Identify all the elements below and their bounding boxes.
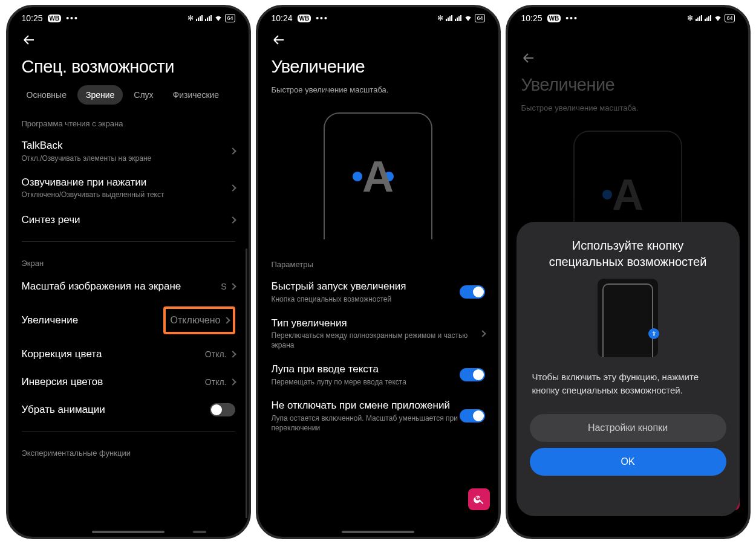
divider (22, 431, 235, 432)
item-tts[interactable]: Синтез речи (22, 206, 235, 234)
battery-icon: 64 (225, 14, 235, 22)
chevron-right-icon (229, 216, 236, 223)
zoom-in-icon (473, 493, 485, 505)
page-title: Увеличение (258, 50, 498, 85)
notification-dots: ••• (316, 13, 328, 23)
dialog-title: Используйте кнопку специальных возможнос… (530, 238, 726, 279)
item-title: Увеличение (22, 314, 163, 328)
toggle-typing-magnifier[interactable] (460, 368, 485, 381)
touch-dot-icon (602, 190, 612, 199)
status-time: 10:24 (272, 13, 293, 23)
battery-icon: 64 (475, 14, 484, 22)
item-magnification[interactable]: Увеличение Отключено (22, 300, 235, 340)
wifi-icon (464, 14, 472, 22)
scrollbar-indicator (246, 248, 247, 518)
item-color-correction[interactable]: Коррекция цвета Откл. (22, 340, 235, 368)
item-title: Озвучивание при нажатии (22, 176, 230, 190)
item-value: Откл. (205, 349, 227, 359)
signal-icon (696, 15, 702, 21)
item-subtitle: Откл./Озвучивать элементы на экране (22, 154, 230, 164)
status-icons: ✻ 64 (437, 14, 484, 22)
status-bar: 10:25 WB ••• ✻ 64 (8, 7, 249, 25)
section-header-screen: Экран (22, 249, 235, 273)
highlight-box: Отключено (163, 306, 235, 334)
page-subtitle: Быстрое увеличение масштаба. (258, 85, 498, 99)
home-indicator-secondary (193, 531, 206, 533)
item-title: Синтез речи (22, 213, 230, 227)
chevron-right-icon (479, 330, 486, 337)
status-icons: ✻ 64 (687, 14, 734, 22)
item-color-inversion[interactable]: Инверсия цветов Откл. (22, 368, 235, 396)
accessibility-button-icon (648, 328, 659, 339)
bluetooth-icon: ✻ (187, 14, 194, 22)
item-value: S (221, 282, 226, 291)
magnification-illustration: A (324, 112, 432, 239)
item-value: Откл. (205, 377, 227, 387)
accessibility-fab[interactable] (468, 488, 490, 510)
item-subtitle: Переключаться между полноэкранным режимо… (272, 331, 480, 350)
wb-badge: WB (48, 15, 62, 22)
back-arrow-icon[interactable] (22, 33, 36, 47)
item-magnification-type[interactable]: Тип увеличения Переключаться между полно… (272, 311, 485, 357)
page-title: Увеличение (508, 68, 748, 103)
tab-physical[interactable]: Физические (165, 85, 228, 105)
item-typing-magnifier: Лупа при вводе текста Перемещать лупу по… (272, 357, 485, 393)
item-title: Тип увеличения (272, 317, 480, 331)
tab-main[interactable]: Основные (18, 85, 75, 105)
button-settings[interactable]: Настройки кнопки (530, 414, 726, 442)
item-remove-animations: Убрать анимации (22, 396, 235, 424)
chevron-right-icon (229, 283, 236, 290)
signal-icon (446, 15, 452, 21)
item-title: Инверсия цветов (22, 375, 205, 389)
toggle-keep-on-switch[interactable] (460, 409, 485, 423)
phone-screen-3: 10:25 WB ••• ✻ 64 Увеличение Быстрое уве… (506, 5, 751, 539)
battery-icon: 64 (725, 14, 734, 22)
chevron-right-icon (229, 351, 236, 357)
button-ok[interactable]: OK (530, 448, 726, 476)
toggle-remove-animations[interactable] (210, 403, 235, 416)
bluetooth-icon: ✻ (687, 14, 693, 22)
dialog-illustration (598, 279, 658, 357)
back-arrow-icon (521, 51, 536, 65)
item-title: Быстрый запуск увеличения (272, 280, 460, 294)
item-title: Масштаб изображения на экране (22, 280, 221, 294)
item-tap-to-speak[interactable]: Озвучивание при нажатии Отключено/Озвучи… (22, 170, 235, 207)
wb-badge: WB (298, 15, 311, 22)
section-header-params: Параметры (272, 250, 485, 274)
item-value: Отключено (171, 315, 221, 326)
page-title: Спец. возможности (8, 50, 249, 85)
home-indicator[interactable] (342, 531, 414, 533)
item-display-scale[interactable]: Масштаб изображения на экране S (22, 273, 235, 300)
phone-screen-2: 10:24 WB ••• ✻ 64 Увеличение Быстрое уве… (256, 5, 501, 539)
section-header-reader: Программа чтения с экрана (22, 109, 235, 133)
status-icons: ✻ 64 (187, 14, 235, 22)
notification-dots: ••• (565, 13, 578, 23)
wifi-icon (714, 14, 722, 22)
signal-icon-2 (455, 15, 461, 21)
letter-a-icon: A (362, 152, 394, 201)
dialog-text: Чтобы включить эту функцию, нажмите кноп… (530, 368, 726, 408)
status-time: 10:25 (521, 13, 543, 23)
chevron-right-icon (229, 378, 236, 385)
tab-hearing[interactable]: Слух (125, 85, 161, 105)
item-title: Не отключать при смене приложений (272, 399, 460, 413)
page-subtitle: Быстрое увеличение масштаба. (508, 103, 748, 117)
status-bar: 10:24 WB ••• ✻ 64 (258, 7, 498, 25)
item-keep-on-switch: Не отключать при смене приложений Лупа о… (272, 393, 485, 439)
signal-icon-2 (705, 15, 711, 21)
tab-vision[interactable]: Зрение (77, 85, 123, 105)
item-title: Убрать анимации (22, 403, 210, 417)
item-quick-launch: Быстрый запуск увеличения Кнопка специал… (272, 274, 485, 311)
letter-a-icon: A (612, 170, 644, 219)
home-indicator[interactable] (92, 531, 165, 533)
tabs: Основные Зрение Слух Физические (8, 85, 249, 109)
touch-dot-icon (353, 172, 362, 181)
back-arrow-icon[interactable] (272, 33, 286, 47)
wb-badge: WB (547, 15, 561, 22)
item-talkback[interactable]: TalkBack Откл./Озвучивать элементы на эк… (22, 133, 235, 170)
item-title: TalkBack (22, 139, 230, 153)
item-subtitle: Отключено/Озвучивать выделенный текст (22, 190, 230, 200)
toggle-quick-launch[interactable] (460, 285, 485, 299)
item-title: Лупа при вводе текста (272, 363, 460, 377)
signal-icon (196, 15, 203, 21)
